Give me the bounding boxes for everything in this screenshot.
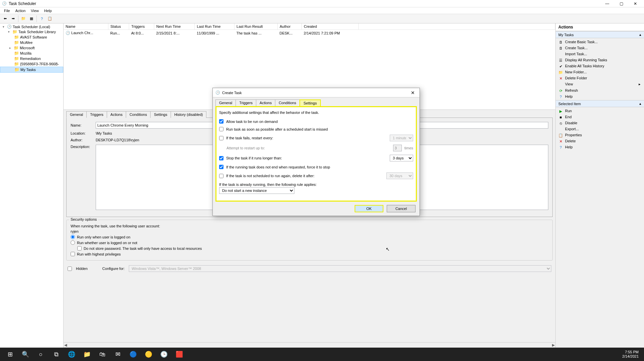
- collapse-icon[interactable]: ▴: [639, 101, 641, 106]
- menu-action[interactable]: Action: [13, 8, 28, 13]
- tree-item-mytasks[interactable]: 📁My Tasks: [0, 67, 63, 73]
- system-tray[interactable]: 7:55 PM 2/14/2021: [622, 350, 641, 359]
- titlebar: 🕒 Task Scheduler — ▢ ✕: [0, 0, 644, 7]
- edge-icon[interactable]: 🌐: [64, 348, 79, 361]
- menu-help[interactable]: Help: [41, 8, 55, 13]
- minimize-button[interactable]: —: [601, 0, 614, 7]
- radio-logged-on-or-not[interactable]: [71, 240, 75, 245]
- collapse-icon[interactable]: ▴: [639, 32, 641, 37]
- up-button[interactable]: 📁: [20, 15, 27, 22]
- tree-item-microsoft[interactable]: ▸📁Microsoft: [0, 45, 63, 51]
- dialog-tab-general[interactable]: General: [215, 99, 236, 106]
- check-allow-demand[interactable]: [219, 119, 223, 124]
- back-button[interactable]: ⬅: [1, 15, 9, 22]
- tree-item-guid[interactable]: 📁{595886F3-7FE8-966B-: [0, 61, 63, 67]
- action-create-task[interactable]: 🗓Create Task...: [556, 45, 644, 51]
- action-view[interactable]: View▸: [556, 81, 644, 87]
- dialog-close-button[interactable]: ✕: [407, 89, 418, 96]
- check-stop-long[interactable]: [219, 156, 223, 160]
- detail-tab-triggers[interactable]: Triggers: [86, 111, 107, 118]
- col-result[interactable]: Last Run Result: [235, 23, 278, 30]
- maximize-button[interactable]: ▢: [615, 0, 628, 7]
- check-no-password[interactable]: [77, 246, 82, 250]
- check-force-stop[interactable]: [219, 165, 223, 169]
- task-row[interactable]: 🕒 Launch Chr... Run... At 8:0... 2/15/20…: [64, 30, 555, 37]
- columns-button[interactable]: ▦: [28, 15, 35, 22]
- action-run[interactable]: ▶Run: [556, 108, 644, 114]
- cortana-button[interactable]: ○: [33, 348, 48, 361]
- detail-tab-history[interactable]: History (disabled): [171, 111, 207, 118]
- description-label: Description:: [71, 145, 96, 149]
- check-delete-after[interactable]: [219, 174, 223, 178]
- action-help[interactable]: ?Help: [556, 93, 644, 99]
- action-enable-history[interactable]: ✔Enable All Tasks History: [556, 63, 644, 69]
- tree-panel: ▾ 🕒 Task Scheduler (Local) ▾ 📁 Task Sche…: [0, 23, 64, 348]
- dialog-tab-triggers[interactable]: Triggers: [236, 99, 256, 106]
- action-delete-folder[interactable]: ✕Delete Folder: [556, 75, 644, 81]
- check-restart[interactable]: [219, 136, 223, 140]
- action-refresh[interactable]: ⟳Refresh: [556, 87, 644, 93]
- radio-logged-on[interactable]: [71, 235, 75, 239]
- forward-button[interactable]: ➡: [9, 15, 17, 22]
- menu-file[interactable]: File: [1, 8, 13, 13]
- stop-duration-select[interactable]: 3 days: [390, 155, 413, 161]
- help-button[interactable]: ?: [38, 15, 45, 22]
- canary-icon[interactable]: 🟡: [141, 348, 156, 361]
- chrome-icon[interactable]: 🔵: [126, 348, 141, 361]
- tree-item-mozilla[interactable]: 📁Mozilla: [0, 51, 63, 56]
- action-help2[interactable]: ?Help: [556, 144, 644, 150]
- action-delete[interactable]: ✕Delete: [556, 138, 644, 144]
- taskview-button[interactable]: ⧉: [49, 348, 64, 361]
- dialog-tab-settings[interactable]: Settings: [299, 99, 321, 106]
- action-disable[interactable]: ⦸Disable: [556, 120, 644, 126]
- detail-tab-actions[interactable]: Actions: [107, 111, 126, 118]
- search-button[interactable]: 🔍: [18, 348, 33, 361]
- rule-select[interactable]: Do not start a new instance: [219, 187, 294, 194]
- col-nextrun[interactable]: Next Run Time: [154, 23, 195, 30]
- col-lastrun[interactable]: Last Run Time: [195, 23, 235, 30]
- action-display-running[interactable]: ☰Display All Running Tasks: [556, 57, 644, 63]
- col-name[interactable]: Name: [64, 23, 108, 30]
- store-icon[interactable]: 🛍: [95, 348, 110, 361]
- toolbar: ⬅ ➡ 📁 ▦ ? 📋: [0, 14, 644, 23]
- menu-view[interactable]: View: [28, 8, 41, 13]
- check-highest-priv[interactable]: [71, 252, 75, 256]
- action-import[interactable]: Import Task...: [556, 51, 644, 57]
- detail-tab-settings[interactable]: Settings: [150, 111, 171, 118]
- ok-button[interactable]: OK: [355, 205, 383, 212]
- scheduler-icon: 🕒: [7, 24, 12, 29]
- start-button[interactable]: ⊞: [3, 348, 17, 361]
- check-run-asap[interactable]: [219, 127, 223, 131]
- close-button[interactable]: ✕: [629, 0, 642, 7]
- props-button[interactable]: 📋: [46, 15, 54, 22]
- action-end[interactable]: ■End: [556, 114, 644, 120]
- col-triggers[interactable]: Triggers: [129, 23, 154, 30]
- props-icon: 📋: [558, 133, 563, 138]
- check-hidden[interactable]: [68, 267, 72, 271]
- action-create-basic[interactable]: 🗓Create Basic Task...: [556, 39, 644, 45]
- dialog-tab-conditions[interactable]: Conditions: [275, 99, 300, 106]
- tree-item-avast[interactable]: 📁AVAST Software: [0, 34, 63, 40]
- mail-icon[interactable]: ✉: [110, 348, 125, 361]
- actions-header: Actions: [556, 23, 644, 31]
- detail-tab-conditions[interactable]: Conditions: [126, 111, 151, 118]
- tree-root[interactable]: ▾ 🕒 Task Scheduler (Local): [0, 24, 63, 29]
- stop-icon: ■: [558, 115, 563, 120]
- cancel-button[interactable]: Cancel: [387, 205, 416, 212]
- dialog-tab-actions[interactable]: Actions: [256, 99, 275, 106]
- app-icon[interactable]: 🟥: [172, 348, 187, 361]
- col-created[interactable]: Created: [302, 23, 359, 30]
- action-new-folder[interactable]: 📁New Folder...: [556, 69, 644, 75]
- hscrollbar[interactable]: ◀▶: [64, 342, 555, 348]
- tree-item-mcafee[interactable]: 📁McAfee: [0, 40, 63, 45]
- detail-tab-general[interactable]: General: [66, 111, 87, 118]
- col-status[interactable]: Status: [108, 23, 129, 30]
- col-author[interactable]: Author: [277, 23, 301, 30]
- explorer-icon[interactable]: 📁: [80, 348, 94, 361]
- tree-library[interactable]: ▾ 📁 Task Scheduler Library: [0, 29, 63, 34]
- tree-item-remediation[interactable]: 📁Remediation: [0, 56, 63, 61]
- taskscheduler-icon[interactable]: 🕒: [157, 348, 171, 361]
- security-user: ryjen: [71, 229, 548, 233]
- action-export[interactable]: Export...: [556, 126, 644, 132]
- action-properties[interactable]: 📋Properties: [556, 132, 644, 138]
